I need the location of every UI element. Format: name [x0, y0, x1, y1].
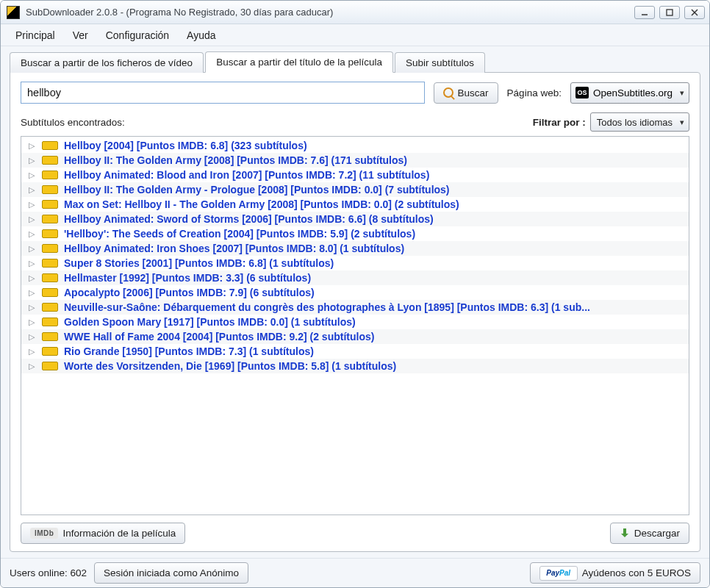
- donate-button[interactable]: PayPal Ayúdenos con 5 EUROS: [530, 562, 700, 584]
- tab-search-by-file[interactable]: Buscar a partir de los ficheros de vídeo: [10, 52, 204, 73]
- expand-icon: ▷: [29, 362, 36, 371]
- imdb-badge-icon: [42, 259, 58, 268]
- results-header: Subtítulos encontrados: Filtrar por : To…: [21, 112, 689, 132]
- result-title: Hellboy [2004] [Puntos IMDB: 6.8] (323 s…: [64, 140, 307, 151]
- expand-icon: ▷: [29, 229, 36, 239]
- language-filter-select[interactable]: Todos los idiomas: [590, 112, 689, 132]
- maximize-button[interactable]: [659, 6, 680, 19]
- result-title: 'Hellboy': The Seeds of Creation [2004] …: [64, 228, 415, 240]
- users-online: Users online: 602: [10, 567, 87, 578]
- statusbar: Users online: 602 Sesión iniciada como A…: [1, 558, 709, 587]
- tab-upload[interactable]: Subir subtítulos: [395, 52, 485, 73]
- panel-bottom: IMDb Información de la película Descarga…: [21, 523, 689, 544]
- expand-icon: ▷: [29, 200, 36, 209]
- menu-ayuda[interactable]: Ayuda: [179, 27, 223, 43]
- result-row[interactable]: ▷Max on Set: Hellboy II - The Golden Arm…: [21, 197, 689, 212]
- search-icon: [443, 87, 453, 98]
- close-button[interactable]: [684, 6, 705, 19]
- result-row[interactable]: ▷Hellboy Animated: Blood and Iron [2007]…: [21, 168, 689, 182]
- result-row[interactable]: ▷Apocalypto [2006] [Puntos IMDB: 7.9] (6…: [21, 285, 689, 300]
- result-row[interactable]: ▷Neuville-sur-Saône: Débarquement du con…: [21, 300, 689, 315]
- result-row[interactable]: ▷ Super 8 Stories [2001] [Puntos IMDB: 6…: [21, 256, 689, 270]
- imdb-badge-icon: [42, 156, 58, 165]
- close-icon: [691, 9, 698, 16]
- result-row[interactable]: ▷Hellboy [2004] [Puntos IMDB: 6.8] (323 …: [21, 138, 689, 153]
- result-title: WWE Hall of Fame 2004 [2004] [Puntos IMD…: [64, 331, 374, 343]
- search-button[interactable]: Buscar: [434, 82, 498, 104]
- expand-icon: ▷: [29, 347, 36, 356]
- imdb-badge-icon: [42, 141, 58, 150]
- paypal-icon: PayPal: [539, 566, 578, 581]
- imdb-badge-icon: [42, 303, 58, 312]
- movie-info-label: Información de la película: [62, 528, 176, 539]
- result-row[interactable]: ▷'Hellboy': The Seeds of Creation [2004]…: [21, 226, 689, 241]
- result-title: Hellboy Animated: Iron Shoes [2007] [Pun…: [64, 243, 404, 254]
- result-title: Hellboy Animated: Blood and Iron [2007] …: [64, 169, 429, 181]
- result-row[interactable]: ▷Hellmaster [1992] [Puntos IMDB: 3.3] (6…: [21, 270, 689, 285]
- menu-ver[interactable]: Ver: [65, 27, 96, 43]
- session-button[interactable]: Sesión iniciada como Anónimo: [94, 562, 248, 584]
- result-row[interactable]: ▷Rio Grande [1950] [Puntos IMDB: 7.3] (1…: [21, 344, 689, 359]
- imdb-badge-icon: [42, 332, 58, 341]
- opensubtitles-icon: OS: [575, 87, 589, 98]
- result-title: Worte des Vorsitzenden, Die [1969] [Punt…: [64, 360, 396, 372]
- expand-icon: ▷: [29, 318, 36, 327]
- result-row[interactable]: ▷Golden Spoon Mary [1917] [Puntos IMDB: …: [21, 315, 689, 329]
- result-title: Apocalypto [2006] [Puntos IMDB: 7.9] (6 …: [64, 287, 315, 298]
- tab-panel: Buscar Página web: OS OpenSubtitles.org …: [10, 72, 700, 552]
- site-value: OpenSubtitles.org: [593, 87, 673, 98]
- expand-icon: ▷: [29, 332, 36, 342]
- result-row[interactable]: ▷Hellboy Animated: Sword of Storms [2006…: [21, 212, 689, 226]
- result-row[interactable]: ▷WWE Hall of Fame 2004 [2004] [Puntos IM…: [21, 329, 689, 344]
- imdb-icon: IMDb: [30, 528, 58, 539]
- expand-icon: ▷: [29, 244, 36, 254]
- result-row[interactable]: ▷Hellboy II: The Golden Army [2008] [Pun…: [21, 153, 689, 168]
- movie-info-button[interactable]: IMDb Información de la película: [21, 523, 185, 544]
- imdb-badge-icon: [42, 215, 58, 223]
- imdb-badge-icon: [42, 244, 58, 253]
- imdb-badge-icon: [42, 273, 58, 282]
- expand-icon: ▷: [29, 156, 36, 165]
- result-title: Neuville-sur-Saône: Débarquement du cong…: [64, 301, 590, 313]
- menubar: Principal Ver Configuración Ayuda: [1, 24, 709, 46]
- filter-label: Filtrar por :: [533, 117, 586, 128]
- site-select[interactable]: OS OpenSubtitles.org: [570, 82, 689, 104]
- search-button-label: Buscar: [458, 87, 489, 98]
- expand-icon: ▷: [29, 273, 36, 283]
- result-title: Max on Set: Hellboy II - The Golden Army…: [64, 198, 459, 210]
- expand-icon: ▷: [29, 185, 36, 195]
- expand-icon: ▷: [29, 303, 36, 312]
- imdb-badge-icon: [42, 318, 58, 326]
- result-list[interactable]: ▷Hellboy [2004] [Puntos IMDB: 6.8] (323 …: [21, 136, 689, 515]
- content-area: Buscar a partir de los ficheros de vídeo…: [1, 46, 709, 558]
- imdb-badge-icon: [42, 362, 58, 370]
- tab-search-by-title[interactable]: Buscar a partir del título de la películ…: [205, 51, 393, 73]
- results-found-label: Subtítulos encontrados:: [21, 117, 125, 128]
- imdb-badge-icon: [42, 229, 58, 238]
- imdb-badge-icon: [42, 200, 58, 209]
- result-row[interactable]: ▷Worte des Vorsitzenden, Die [1969] [Pun…: [21, 359, 689, 373]
- download-icon: [620, 528, 630, 539]
- download-button[interactable]: Descargar: [610, 523, 689, 544]
- result-title: Golden Spoon Mary [1917] [Puntos IMDB: 0…: [64, 316, 356, 328]
- window-title: SubDownloader 2.0.8 - (Programa No Regis…: [26, 7, 634, 18]
- tabs: Buscar a partir de los ficheros de vídeo…: [10, 51, 700, 72]
- menu-configuracion[interactable]: Configuración: [98, 27, 176, 43]
- download-label: Descargar: [634, 528, 680, 539]
- result-title: Hellboy Animated: Sword of Storms [2006]…: [64, 213, 434, 225]
- window-controls: [634, 6, 705, 19]
- expand-icon: ▷: [29, 259, 36, 268]
- result-row[interactable]: ▷Hellboy II: The Golden Army - Prologue …: [21, 182, 689, 197]
- search-input[interactable]: [21, 82, 425, 104]
- main-window: SubDownloader 2.0.8 - (Programa No Regis…: [0, 0, 710, 588]
- expand-icon: ▷: [29, 215, 36, 224]
- minimize-button[interactable]: [634, 6, 655, 19]
- app-icon: [7, 6, 20, 19]
- result-title: Super 8 Stories [2001] [Puntos IMDB: 6.8…: [64, 257, 334, 269]
- imdb-badge-icon: [42, 171, 58, 179]
- expand-icon: ▷: [29, 141, 36, 151]
- menu-principal[interactable]: Principal: [8, 27, 62, 43]
- svg-rect-1: [667, 10, 673, 15]
- result-row[interactable]: ▷Hellboy Animated: Iron Shoes [2007] [Pu…: [21, 241, 689, 256]
- minimize-icon: [641, 9, 648, 16]
